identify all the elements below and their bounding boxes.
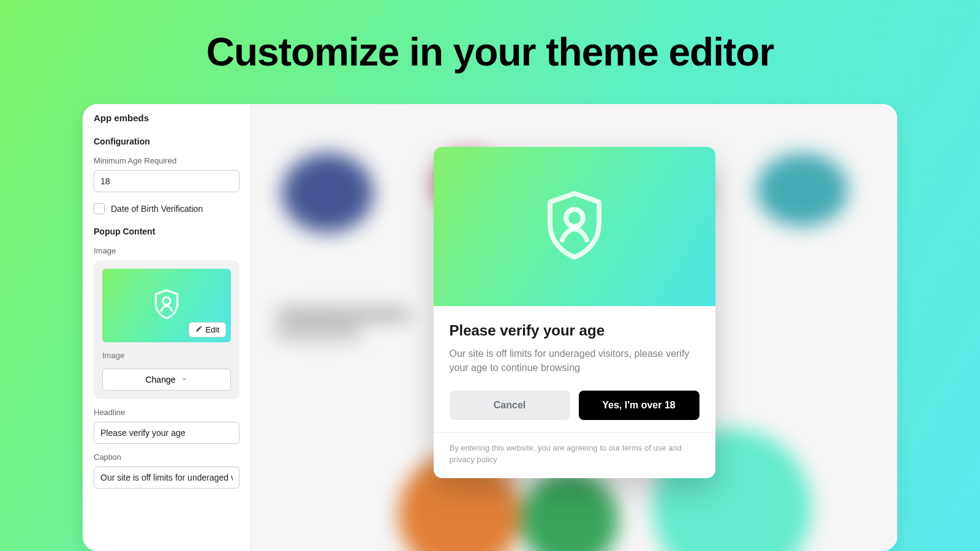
image-card: Edit Image Change xyxy=(94,260,239,399)
caption-label: Caption xyxy=(94,452,239,462)
popup-body: Please verify your age Our site is off l… xyxy=(434,306,715,432)
shield-person-icon xyxy=(544,191,605,262)
min-age-input[interactable] xyxy=(94,170,239,192)
edit-image-button[interactable]: Edit xyxy=(189,322,226,337)
pencil-icon xyxy=(195,325,203,334)
svg-point-1 xyxy=(566,209,583,227)
sidebar-title: App embeds xyxy=(94,113,239,123)
popup-caption: Our site is off limits for underaged vis… xyxy=(450,347,699,375)
chevron-down-icon xyxy=(181,375,188,384)
section-configuration: Configuration xyxy=(94,137,239,146)
image-preview: Edit xyxy=(102,269,231,342)
dob-checkbox-label: Date of Birth Verification xyxy=(111,204,203,214)
headline-input[interactable] xyxy=(94,422,239,444)
preview-pane: Please verify your age Our site is off l… xyxy=(251,104,897,551)
confirm-button[interactable]: Yes, I'm over 18 xyxy=(579,391,699,420)
caption-input[interactable] xyxy=(94,467,239,489)
change-image-button[interactable]: Change xyxy=(102,369,231,391)
section-popup-content: Popup Content xyxy=(94,227,239,236)
editor-window: App embeds Configuration Minimum Age Req… xyxy=(83,104,897,551)
sidebar: App embeds Configuration Minimum Age Req… xyxy=(83,104,251,551)
popup-header xyxy=(434,147,715,306)
shield-person-icon xyxy=(153,289,180,322)
svg-point-0 xyxy=(163,298,170,305)
popup-headline: Please verify your age xyxy=(450,322,699,339)
change-label: Change xyxy=(145,375,175,384)
headline-label: Headline xyxy=(94,408,239,417)
popup-actions: Cancel Yes, I'm over 18 xyxy=(450,391,699,420)
hero-title: Customize in your theme editor xyxy=(0,0,980,75)
image-label: Image xyxy=(94,246,239,255)
dob-checkbox[interactable] xyxy=(94,203,105,214)
dob-checkbox-row[interactable]: Date of Birth Verification xyxy=(94,203,239,214)
age-verify-popup: Please verify your age Our site is off l… xyxy=(434,147,715,478)
image-card-caption: Image xyxy=(102,351,231,360)
edit-label: Edit xyxy=(206,325,219,334)
cancel-button[interactable]: Cancel xyxy=(450,391,570,420)
min-age-label: Minimum Age Required xyxy=(94,156,239,165)
popup-footer: By entering this website, you are agreei… xyxy=(434,432,715,478)
